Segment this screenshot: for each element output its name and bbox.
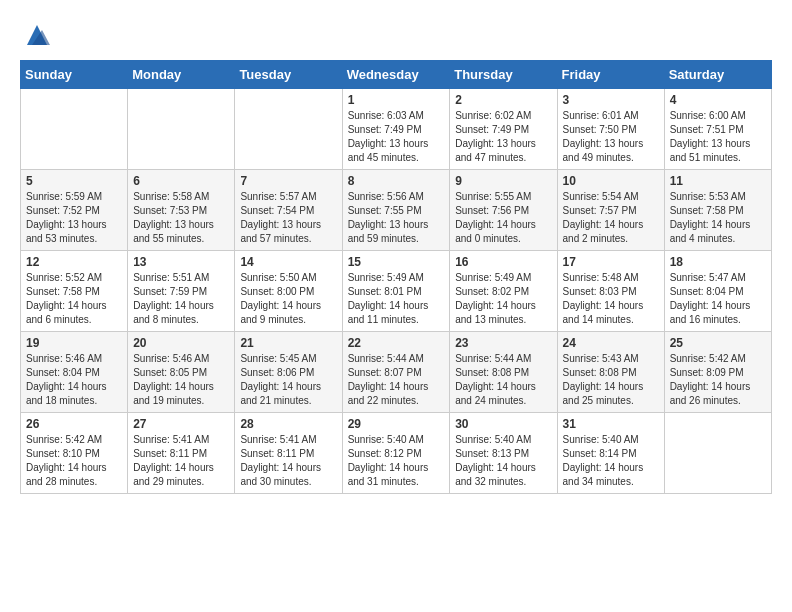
day-number: 5 bbox=[26, 174, 122, 188]
day-number: 12 bbox=[26, 255, 122, 269]
day-number: 16 bbox=[455, 255, 551, 269]
day-number: 23 bbox=[455, 336, 551, 350]
day-info: Sunrise: 5:57 AMSunset: 7:54 PMDaylight:… bbox=[240, 190, 336, 246]
day-number: 15 bbox=[348, 255, 445, 269]
day-info: Sunrise: 5:49 AMSunset: 8:02 PMDaylight:… bbox=[455, 271, 551, 327]
calendar-cell: 8Sunrise: 5:56 AMSunset: 7:55 PMDaylight… bbox=[342, 170, 450, 251]
day-info: Sunrise: 5:48 AMSunset: 8:03 PMDaylight:… bbox=[563, 271, 659, 327]
day-number: 21 bbox=[240, 336, 336, 350]
calendar-cell: 24Sunrise: 5:43 AMSunset: 8:08 PMDayligh… bbox=[557, 332, 664, 413]
calendar-cell: 28Sunrise: 5:41 AMSunset: 8:11 PMDayligh… bbox=[235, 413, 342, 494]
calendar-cell: 20Sunrise: 5:46 AMSunset: 8:05 PMDayligh… bbox=[128, 332, 235, 413]
day-number: 31 bbox=[563, 417, 659, 431]
calendar-cell: 29Sunrise: 5:40 AMSunset: 8:12 PMDayligh… bbox=[342, 413, 450, 494]
calendar-cell: 19Sunrise: 5:46 AMSunset: 8:04 PMDayligh… bbox=[21, 332, 128, 413]
day-info: Sunrise: 5:42 AMSunset: 8:09 PMDaylight:… bbox=[670, 352, 766, 408]
calendar-cell: 13Sunrise: 5:51 AMSunset: 7:59 PMDayligh… bbox=[128, 251, 235, 332]
day-info: Sunrise: 5:55 AMSunset: 7:56 PMDaylight:… bbox=[455, 190, 551, 246]
calendar-cell: 10Sunrise: 5:54 AMSunset: 7:57 PMDayligh… bbox=[557, 170, 664, 251]
calendar-week-row: 5Sunrise: 5:59 AMSunset: 7:52 PMDaylight… bbox=[21, 170, 772, 251]
weekday-header: Sunday bbox=[21, 61, 128, 89]
calendar-cell: 11Sunrise: 5:53 AMSunset: 7:58 PMDayligh… bbox=[664, 170, 771, 251]
day-info: Sunrise: 5:45 AMSunset: 8:06 PMDaylight:… bbox=[240, 352, 336, 408]
calendar-cell: 9Sunrise: 5:55 AMSunset: 7:56 PMDaylight… bbox=[450, 170, 557, 251]
calendar-cell: 21Sunrise: 5:45 AMSunset: 8:06 PMDayligh… bbox=[235, 332, 342, 413]
calendar-cell: 23Sunrise: 5:44 AMSunset: 8:08 PMDayligh… bbox=[450, 332, 557, 413]
day-info: Sunrise: 5:54 AMSunset: 7:57 PMDaylight:… bbox=[563, 190, 659, 246]
day-info: Sunrise: 5:44 AMSunset: 8:07 PMDaylight:… bbox=[348, 352, 445, 408]
calendar-table: SundayMondayTuesdayWednesdayThursdayFrid… bbox=[20, 60, 772, 494]
calendar-cell: 7Sunrise: 5:57 AMSunset: 7:54 PMDaylight… bbox=[235, 170, 342, 251]
calendar-cell bbox=[664, 413, 771, 494]
day-number: 9 bbox=[455, 174, 551, 188]
weekday-header: Wednesday bbox=[342, 61, 450, 89]
day-number: 17 bbox=[563, 255, 659, 269]
weekday-header: Friday bbox=[557, 61, 664, 89]
day-number: 6 bbox=[133, 174, 229, 188]
day-number: 2 bbox=[455, 93, 551, 107]
calendar-cell: 26Sunrise: 5:42 AMSunset: 8:10 PMDayligh… bbox=[21, 413, 128, 494]
calendar-cell: 17Sunrise: 5:48 AMSunset: 8:03 PMDayligh… bbox=[557, 251, 664, 332]
day-number: 27 bbox=[133, 417, 229, 431]
weekday-header: Tuesday bbox=[235, 61, 342, 89]
calendar-cell bbox=[21, 89, 128, 170]
day-info: Sunrise: 5:52 AMSunset: 7:58 PMDaylight:… bbox=[26, 271, 122, 327]
day-number: 14 bbox=[240, 255, 336, 269]
weekday-header: Monday bbox=[128, 61, 235, 89]
day-info: Sunrise: 6:01 AMSunset: 7:50 PMDaylight:… bbox=[563, 109, 659, 165]
calendar-cell: 14Sunrise: 5:50 AMSunset: 8:00 PMDayligh… bbox=[235, 251, 342, 332]
day-info: Sunrise: 5:49 AMSunset: 8:01 PMDaylight:… bbox=[348, 271, 445, 327]
day-info: Sunrise: 5:40 AMSunset: 8:13 PMDaylight:… bbox=[455, 433, 551, 489]
day-info: Sunrise: 5:41 AMSunset: 8:11 PMDaylight:… bbox=[133, 433, 229, 489]
calendar-cell: 12Sunrise: 5:52 AMSunset: 7:58 PMDayligh… bbox=[21, 251, 128, 332]
day-number: 8 bbox=[348, 174, 445, 188]
day-number: 18 bbox=[670, 255, 766, 269]
day-info: Sunrise: 5:40 AMSunset: 8:14 PMDaylight:… bbox=[563, 433, 659, 489]
day-number: 26 bbox=[26, 417, 122, 431]
day-info: Sunrise: 5:43 AMSunset: 8:08 PMDaylight:… bbox=[563, 352, 659, 408]
day-info: Sunrise: 5:56 AMSunset: 7:55 PMDaylight:… bbox=[348, 190, 445, 246]
day-info: Sunrise: 5:50 AMSunset: 8:00 PMDaylight:… bbox=[240, 271, 336, 327]
calendar-cell: 18Sunrise: 5:47 AMSunset: 8:04 PMDayligh… bbox=[664, 251, 771, 332]
day-number: 29 bbox=[348, 417, 445, 431]
day-info: Sunrise: 5:46 AMSunset: 8:05 PMDaylight:… bbox=[133, 352, 229, 408]
day-number: 7 bbox=[240, 174, 336, 188]
day-number: 13 bbox=[133, 255, 229, 269]
logo-icon bbox=[22, 20, 52, 50]
calendar-cell bbox=[235, 89, 342, 170]
calendar-week-row: 19Sunrise: 5:46 AMSunset: 8:04 PMDayligh… bbox=[21, 332, 772, 413]
weekday-header: Saturday bbox=[664, 61, 771, 89]
day-number: 1 bbox=[348, 93, 445, 107]
weekday-header-row: SundayMondayTuesdayWednesdayThursdayFrid… bbox=[21, 61, 772, 89]
day-info: Sunrise: 5:46 AMSunset: 8:04 PMDaylight:… bbox=[26, 352, 122, 408]
day-info: Sunrise: 5:42 AMSunset: 8:10 PMDaylight:… bbox=[26, 433, 122, 489]
day-info: Sunrise: 6:03 AMSunset: 7:49 PMDaylight:… bbox=[348, 109, 445, 165]
calendar-cell: 6Sunrise: 5:58 AMSunset: 7:53 PMDaylight… bbox=[128, 170, 235, 251]
day-info: Sunrise: 5:40 AMSunset: 8:12 PMDaylight:… bbox=[348, 433, 445, 489]
calendar-cell: 3Sunrise: 6:01 AMSunset: 7:50 PMDaylight… bbox=[557, 89, 664, 170]
calendar-cell: 15Sunrise: 5:49 AMSunset: 8:01 PMDayligh… bbox=[342, 251, 450, 332]
weekday-header: Thursday bbox=[450, 61, 557, 89]
day-number: 3 bbox=[563, 93, 659, 107]
calendar-week-row: 1Sunrise: 6:03 AMSunset: 7:49 PMDaylight… bbox=[21, 89, 772, 170]
calendar-cell: 2Sunrise: 6:02 AMSunset: 7:49 PMDaylight… bbox=[450, 89, 557, 170]
day-number: 22 bbox=[348, 336, 445, 350]
day-number: 30 bbox=[455, 417, 551, 431]
day-info: Sunrise: 5:59 AMSunset: 7:52 PMDaylight:… bbox=[26, 190, 122, 246]
calendar-cell: 16Sunrise: 5:49 AMSunset: 8:02 PMDayligh… bbox=[450, 251, 557, 332]
calendar-cell: 4Sunrise: 6:00 AMSunset: 7:51 PMDaylight… bbox=[664, 89, 771, 170]
day-info: Sunrise: 5:47 AMSunset: 8:04 PMDaylight:… bbox=[670, 271, 766, 327]
day-info: Sunrise: 5:58 AMSunset: 7:53 PMDaylight:… bbox=[133, 190, 229, 246]
day-number: 19 bbox=[26, 336, 122, 350]
calendar-cell: 31Sunrise: 5:40 AMSunset: 8:14 PMDayligh… bbox=[557, 413, 664, 494]
day-number: 25 bbox=[670, 336, 766, 350]
day-number: 11 bbox=[670, 174, 766, 188]
day-info: Sunrise: 6:02 AMSunset: 7:49 PMDaylight:… bbox=[455, 109, 551, 165]
day-info: Sunrise: 5:51 AMSunset: 7:59 PMDaylight:… bbox=[133, 271, 229, 327]
day-info: Sunrise: 5:44 AMSunset: 8:08 PMDaylight:… bbox=[455, 352, 551, 408]
calendar-cell: 1Sunrise: 6:03 AMSunset: 7:49 PMDaylight… bbox=[342, 89, 450, 170]
day-number: 20 bbox=[133, 336, 229, 350]
day-info: Sunrise: 6:00 AMSunset: 7:51 PMDaylight:… bbox=[670, 109, 766, 165]
calendar-cell bbox=[128, 89, 235, 170]
calendar-cell: 30Sunrise: 5:40 AMSunset: 8:13 PMDayligh… bbox=[450, 413, 557, 494]
